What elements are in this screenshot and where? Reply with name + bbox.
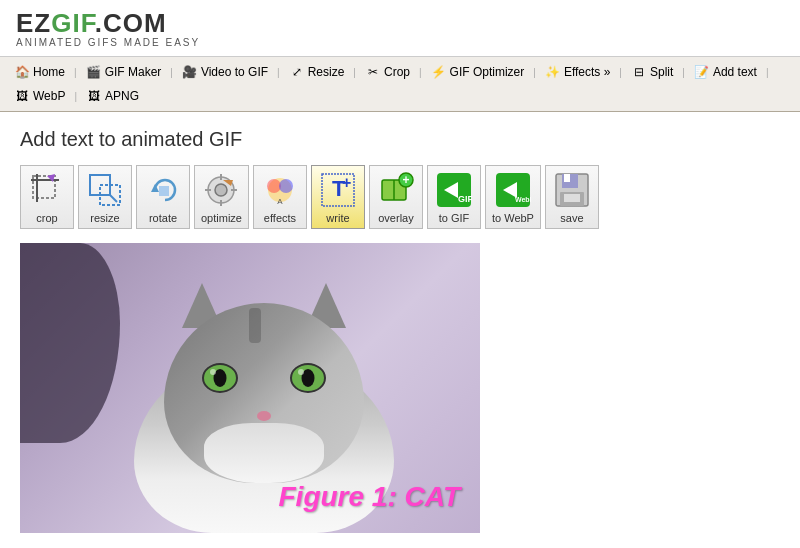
nav-separator: | xyxy=(533,67,536,78)
addtext-nav-icon: 📝 xyxy=(694,64,710,80)
resize-tool-icon xyxy=(85,170,125,210)
svg-text:WebP: WebP xyxy=(515,196,531,203)
svg-text:+: + xyxy=(342,174,351,191)
optimize-label: optimize xyxy=(201,212,242,224)
nav-video-to-gif[interactable]: 🎥 Video to GIF xyxy=(176,61,274,83)
svg-text:GIF: GIF xyxy=(458,194,472,204)
cat-image: Figure 1: CAT xyxy=(20,243,480,533)
svg-point-9 xyxy=(215,184,227,196)
home-icon: 🏠 xyxy=(14,64,30,80)
svg-rect-34 xyxy=(564,174,570,182)
rotate-tool-icon xyxy=(143,170,183,210)
cat-head-wrap xyxy=(164,293,364,483)
svg-rect-36 xyxy=(564,194,580,202)
logo-subtitle: ANIMATED GIFS MADE EASY xyxy=(16,37,784,48)
cat-eye-right xyxy=(290,363,326,393)
tool-effects[interactable]: A effects xyxy=(253,165,307,229)
cat-eye-shine-left xyxy=(210,369,216,375)
cat-head-oval xyxy=(164,303,364,483)
tool-to-gif[interactable]: GIF to GIF xyxy=(427,165,481,229)
rotate-label: rotate xyxy=(149,212,177,224)
resize-label: resize xyxy=(90,212,119,224)
tool-resize[interactable]: resize xyxy=(78,165,132,229)
nav-separator: | xyxy=(277,67,280,78)
nav-effects[interactable]: ✨ Effects » xyxy=(539,61,616,83)
nav-separator: | xyxy=(353,67,356,78)
main-content: Add text to animated GIF crop xyxy=(0,112,800,548)
tool-crop[interactable]: crop xyxy=(20,165,74,229)
video-icon: 🎥 xyxy=(182,64,198,80)
svg-point-15 xyxy=(267,179,281,193)
effects-tool-icon: A xyxy=(260,170,300,210)
tool-optimize[interactable]: optimize xyxy=(194,165,249,229)
nav-add-text[interactable]: 📝 Add text xyxy=(688,61,763,83)
nav-gif-maker[interactable]: 🎬 GIF Maker xyxy=(80,61,168,83)
tool-toolbar: crop resize rotate xyxy=(20,165,780,229)
logo-text: EZGIF.COM xyxy=(16,8,784,39)
togif-tool-icon: GIF xyxy=(434,170,474,210)
split-nav-icon: ⊟ xyxy=(631,64,647,80)
svg-marker-6 xyxy=(151,184,159,192)
cat-nose xyxy=(257,411,271,421)
image-area: Figure 1: CAT xyxy=(20,243,480,533)
tool-save[interactable]: save xyxy=(545,165,599,229)
cat-white-fur xyxy=(204,423,324,483)
cat-eye-shine-right xyxy=(298,369,304,375)
gif-maker-icon: 🎬 xyxy=(86,64,102,80)
nav-separator: | xyxy=(619,67,622,78)
optimizer-nav-icon: ⚡ xyxy=(431,64,447,80)
nav-split[interactable]: ⊟ Split xyxy=(625,61,679,83)
site-header: EZGIF.COM ANIMATED GIFS MADE EASY xyxy=(0,0,800,57)
nav-crop[interactable]: ✂ Crop xyxy=(359,61,416,83)
tool-overlay[interactable]: + overlay xyxy=(369,165,423,229)
cat-caption: Figure 1: CAT xyxy=(279,481,460,513)
svg-point-16 xyxy=(279,179,293,193)
tool-rotate[interactable]: rotate xyxy=(136,165,190,229)
effects-nav-icon: ✨ xyxy=(545,64,561,80)
nav-separator: | xyxy=(419,67,422,78)
webp-nav-icon: 🖼 xyxy=(14,88,30,104)
navbar: 🏠 Home | 🎬 GIF Maker | 🎥 Video to GIF | … xyxy=(0,57,800,112)
write-tool-icon: T + xyxy=(318,170,358,210)
svg-text:A: A xyxy=(277,197,283,206)
nav-gif-optimizer[interactable]: ⚡ GIF Optimizer xyxy=(425,61,531,83)
svg-line-5 xyxy=(109,194,117,202)
nav-separator: | xyxy=(766,67,769,78)
nav-separator: | xyxy=(170,67,173,78)
crop-tool-icon xyxy=(27,170,67,210)
svg-text:+: + xyxy=(402,173,409,187)
svg-rect-7 xyxy=(159,186,169,196)
nav-home[interactable]: 🏠 Home xyxy=(8,61,71,83)
page-title: Add text to animated GIF xyxy=(20,128,780,151)
resize-nav-icon: ⤢ xyxy=(289,64,305,80)
apng-nav-icon: 🖼 xyxy=(86,88,102,104)
nav-apng[interactable]: 🖼 APNG xyxy=(80,85,145,107)
nav-webp[interactable]: 🖼 WebP xyxy=(8,85,71,107)
nav-separator: | xyxy=(74,91,77,102)
crop-nav-icon: ✂ xyxy=(365,64,381,80)
nav-resize[interactable]: ⤢ Resize xyxy=(283,61,351,83)
optimize-tool-icon xyxy=(201,170,241,210)
nav-separator: | xyxy=(74,67,77,78)
nav-separator: | xyxy=(682,67,685,78)
togif-label: to GIF xyxy=(439,212,470,224)
overlay-tool-icon: + xyxy=(376,170,416,210)
effects-label: effects xyxy=(264,212,296,224)
cat-eye-left xyxy=(202,363,238,393)
towebp-label: to WebP xyxy=(492,212,534,224)
crop-label: crop xyxy=(36,212,57,224)
logo: EZGIF.COM ANIMATED GIFS MADE EASY xyxy=(16,8,784,48)
tool-write[interactable]: T + write xyxy=(311,165,365,229)
towebp-tool-icon: WebP xyxy=(493,170,533,210)
save-label: save xyxy=(560,212,583,224)
save-tool-icon xyxy=(552,170,592,210)
write-label: write xyxy=(326,212,349,224)
tool-to-webp[interactable]: WebP to WebP xyxy=(485,165,541,229)
overlay-label: overlay xyxy=(378,212,413,224)
cat-stripe xyxy=(249,308,261,343)
